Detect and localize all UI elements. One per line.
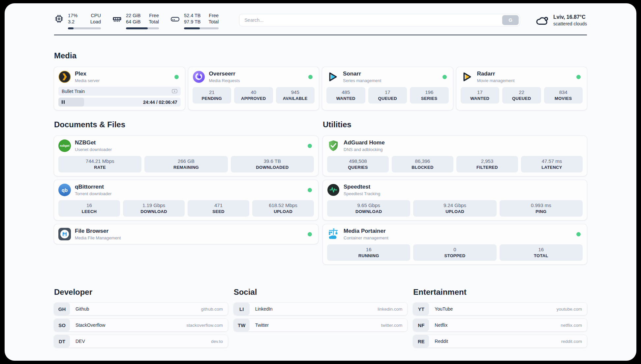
- stat-box: 0STOPPED: [413, 244, 496, 261]
- bookmark-netflix[interactable]: NF Netflix netflix.com: [413, 319, 587, 331]
- stat-box: 471SEED: [188, 200, 249, 217]
- filebrowser-icon: [58, 228, 71, 240]
- nzbget-icon: nzbget: [58, 139, 71, 152]
- stat-box: 16RUNNING: [327, 244, 410, 261]
- disk-progress-bar: [184, 27, 219, 29]
- ram-values: 22 GiB64 GiB: [126, 13, 140, 25]
- app-name: File Browser: [75, 228, 121, 234]
- pause-icon[interactable]: [62, 100, 65, 104]
- qbittorrent-icon: qb: [58, 184, 71, 196]
- documents-column: Documents & Files nzbget NZBGet Usenet d…: [54, 120, 318, 248]
- disk-labels: FreeTotal: [209, 13, 219, 25]
- bookmark-youtube[interactable]: YT YouTube youtube.com: [413, 303, 587, 315]
- status-dot: [308, 232, 312, 236]
- app-card-filebrowser[interactable]: File Browser Media File Management: [54, 224, 318, 244]
- app-card-sonarr[interactable]: Sonarr Series management 485WANTED 17QUE…: [322, 67, 453, 110]
- app-name: Media Portainer: [344, 228, 388, 234]
- stat-box: 16LEECH: [58, 200, 120, 217]
- app-subtitle: Media server: [75, 78, 100, 83]
- bookmark-group-entertainment: Entertainment YT YouTube youtube.com NF …: [413, 288, 587, 351]
- stat-box: 47.57 msLATENCY: [521, 156, 583, 172]
- app-subtitle: DNS and adblocking: [344, 147, 385, 152]
- section-title-utilities: Utilities: [323, 120, 587, 129]
- app-card-adguard[interactable]: AdGuard Home DNS and adblocking 498,508Q…: [323, 136, 587, 176]
- search-input[interactable]: [239, 14, 501, 26]
- app-subtitle: Series management: [343, 78, 381, 83]
- app-subtitle: Movie management: [477, 78, 515, 83]
- status-dot: [576, 232, 581, 236]
- bookmark-dev[interactable]: DT DEV dev.to: [54, 335, 228, 348]
- ram-labels: FreeTotal: [149, 13, 159, 25]
- bookmark-reddit[interactable]: RE Reddit reddit.com: [413, 335, 587, 348]
- app-card-plex[interactable]: Plex Media server Bullet Train: [54, 67, 185, 110]
- app-card-overseerr[interactable]: Overseerr Media Requests 21PENDING 40APP…: [188, 67, 319, 110]
- bookmark-github[interactable]: GH Github github.com: [54, 303, 228, 315]
- stat-box: 86,396BLOCKED: [392, 156, 453, 172]
- stat-box: 9.24 GbpsUPLOAD: [413, 200, 496, 217]
- stat-box: 834MOVIES: [544, 87, 583, 104]
- bookmark-linkedin[interactable]: LI LinkedIn linkedin.com: [234, 303, 408, 315]
- app-card-speedtest[interactable]: Speedtest Speedtest Tracking 9.65 GbpsDO…: [323, 180, 587, 220]
- ram-widget: 22 GiB64 GiB FreeTotal: [112, 13, 159, 29]
- stat-box: 39.6 TBDOWNLOADED: [231, 156, 314, 172]
- speedtest-icon: [327, 184, 340, 196]
- search-engine-button[interactable]: G: [502, 15, 519, 25]
- bookmark-abbr: DT: [54, 335, 70, 348]
- bookmark-group-developer: Developer GH Github github.com SO StackO…: [54, 288, 228, 351]
- app-subtitle: Speedtest Tracking: [344, 191, 380, 196]
- app-subtitle: Container management: [344, 235, 388, 240]
- stat-box: 16TOTAL: [500, 244, 583, 261]
- adguard-icon: [327, 139, 340, 152]
- app-card-qbittorrent[interactable]: qb qBittorrent Torrent downloader 16LEEC…: [54, 180, 318, 220]
- section-title-entertainment: Entertainment: [413, 288, 587, 297]
- bookmark-url: twitter.com: [381, 323, 403, 328]
- cpu-values: 17%3.2: [68, 13, 77, 25]
- app-name: Plex: [75, 71, 100, 77]
- bookmark-url: linkedin.com: [378, 307, 402, 312]
- section-title-media: Media: [54, 51, 587, 60]
- bookmark-url: netflix.com: [561, 323, 582, 328]
- bookmark-abbr: TW: [234, 319, 250, 331]
- utilities-column: Utilities AdGuard Home DNS and adblock: [323, 120, 587, 268]
- app-card-portainer[interactable]: Media Portainer Container management 16R…: [323, 224, 587, 264]
- topbar: 17%3.2 CPULoad: [54, 13, 587, 29]
- now-playing-row: Bullet Train: [58, 87, 181, 96]
- cpu-widget: 17%3.2 CPULoad: [54, 13, 101, 29]
- app-card-nzbget[interactable]: nzbget NZBGet Usenet downloader 744.21 M…: [54, 136, 318, 176]
- app-name: qBittorrent: [75, 184, 111, 190]
- stat-box: 1.19 GbpsDOWNLOAD: [123, 200, 185, 217]
- disk-widget: 52.4 TB97.9 TB FreeTotal: [170, 13, 219, 29]
- bookmark-url: reddit.com: [561, 339, 582, 344]
- bookmark-name: Github: [76, 306, 89, 312]
- dashboard-page: 17%3.2 CPULoad: [5, 3, 636, 361]
- bookmark-abbr: YT: [413, 303, 429, 315]
- app-subtitle: Media File Management: [75, 235, 121, 240]
- playback-time: 24:44 / 02:06:47: [143, 100, 177, 105]
- stat-box: 0.993 msPING: [500, 200, 583, 217]
- weather-condition: scattered clouds: [553, 21, 587, 26]
- app-card-radarr[interactable]: Radarr Movie management 17WANTED 22QUEUE…: [456, 67, 587, 110]
- weather-widget: Lviv, 16.87°C scattered clouds: [535, 14, 587, 27]
- bookmark-twitter[interactable]: TW Twitter twitter.com: [234, 319, 408, 331]
- app-name: Speedtest: [344, 184, 380, 190]
- app-name: AdGuard Home: [344, 139, 385, 146]
- bookmark-url: github.com: [201, 307, 223, 312]
- stat-box: 2,953FILTERED: [456, 156, 518, 172]
- bookmark-stackoverflow[interactable]: SO StackOverflow stackoverflow.com: [54, 319, 228, 331]
- stat-box: 17WANTED: [461, 87, 500, 104]
- cpu-progress-bar: [68, 27, 101, 29]
- stat-box: 485WANTED: [326, 87, 365, 104]
- stat-box: 498,508QUERIES: [327, 156, 389, 172]
- cast-icon[interactable]: [172, 89, 177, 93]
- section-title-social: Social: [234, 288, 408, 297]
- bookmark-name: DEV: [76, 339, 85, 344]
- bookmark-name: StackOverflow: [76, 322, 105, 328]
- playback-progress[interactable]: 24:44 / 02:06:47: [58, 98, 181, 106]
- disk-values: 52.4 TB97.9 TB: [184, 13, 201, 25]
- bookmark-name: YouTube: [435, 306, 453, 312]
- bookmark-name: Reddit: [435, 339, 448, 344]
- status-dot: [174, 75, 179, 79]
- section-title-developer: Developer: [54, 288, 228, 297]
- stat-box: 266 GBREMAINING: [144, 156, 228, 172]
- disk-icon: [170, 14, 180, 24]
